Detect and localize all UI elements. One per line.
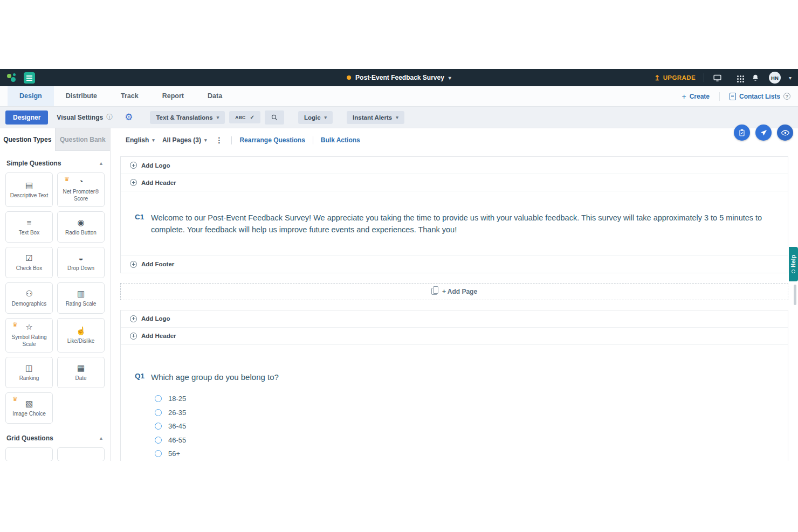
- drop-down-icon: ◒: [78, 254, 83, 262]
- question-type-image-choice[interactable]: ♛▧Image Choice: [5, 392, 53, 424]
- premium-crown-icon: ♛: [12, 396, 18, 402]
- tab-data[interactable]: Data: [196, 86, 234, 106]
- kebab-menu-icon[interactable]: ⋮: [214, 136, 224, 144]
- question-text: Which age group do you belong to?: [151, 371, 774, 383]
- survey-title-group[interactable]: Post-Event Feedback Survey ▾: [347, 74, 451, 81]
- answer-option[interactable]: 46-55: [155, 433, 774, 447]
- upgrade-label: UPGRADE: [663, 74, 696, 81]
- nav-right: + Create Contact Lists ?: [682, 92, 790, 101]
- bulk-actions-link[interactable]: Bulk Actions: [321, 136, 360, 144]
- gear-icon[interactable]: ⚙: [121, 112, 136, 123]
- tab-report[interactable]: Report: [150, 86, 196, 106]
- question-type-card[interactable]: [57, 447, 105, 461]
- question-type-label: Demographics: [12, 300, 46, 307]
- find-replace-button[interactable]: [265, 110, 284, 125]
- question-type-radio-button[interactable]: ◉Radio Button: [57, 211, 105, 243]
- answer-option-label: 26-35: [168, 409, 186, 417]
- language-selector[interactable]: English ▾: [126, 136, 155, 144]
- question-type-date[interactable]: ▦Date: [57, 357, 105, 388]
- radio-circle-icon: [155, 437, 162, 444]
- topbar-left: [6, 72, 35, 84]
- collapse-arrow-icon[interactable]: ▲: [99, 161, 104, 166]
- answer-option[interactable]: 18-25: [155, 392, 774, 406]
- survey-page-1: Add Logo Add Header C1 Welcome to our Po…: [120, 156, 788, 273]
- radio-circle-icon: [155, 409, 162, 416]
- scrollbar-thumb[interactable]: [794, 285, 796, 305]
- contact-lists-label: Contact Lists: [739, 93, 780, 100]
- logic-button[interactable]: Logic ▾: [298, 111, 333, 124]
- collapse-arrow-icon[interactable]: ▲: [99, 436, 104, 441]
- help-tab[interactable]: Help: [789, 247, 798, 281]
- add-logo-row[interactable]: Add Logo: [121, 157, 788, 174]
- tab-design[interactable]: Design: [8, 86, 54, 106]
- nav-row: DesignDistributeTrackReportData + Create…: [0, 86, 798, 107]
- question-type-demographics[interactable]: ⚇Demographics: [5, 282, 53, 314]
- sidebar-tab-question-bank[interactable]: Question Bank: [55, 128, 111, 151]
- publish-button[interactable]: [755, 125, 772, 141]
- question-type-check-box[interactable]: ☑Check Box: [5, 247, 53, 278]
- question-type-grid: [5, 447, 105, 461]
- question-type-ranking[interactable]: ◫Ranking: [5, 357, 53, 388]
- question-type-drop-down[interactable]: ◒Drop Down: [57, 247, 105, 278]
- tab-track[interactable]: Track: [109, 86, 150, 106]
- upgrade-arrow-icon: ↥: [654, 74, 660, 82]
- pages-label: All Pages (3): [162, 136, 201, 144]
- visual-settings-button[interactable]: Visual Settings ⓘ: [52, 109, 117, 125]
- designer-label: Designer: [13, 114, 40, 121]
- contact-lists-button[interactable]: Contact Lists ?: [730, 93, 790, 100]
- answer-option[interactable]: 26-35: [155, 406, 774, 420]
- add-header-row[interactable]: Add Header: [121, 174, 788, 191]
- add-header-row[interactable]: Add Header: [121, 328, 788, 345]
- question-type-symbol-rating-scale[interactable]: ♛☆Symbol Rating Scale: [5, 318, 53, 353]
- designer-button[interactable]: Designer: [5, 110, 48, 125]
- upgrade-button[interactable]: ↥ UPGRADE: [654, 74, 696, 82]
- premium-crown-icon: ♛: [12, 322, 18, 328]
- add-page-button[interactable]: + Add Page: [120, 283, 788, 300]
- create-button[interactable]: + Create: [682, 92, 710, 101]
- answer-option[interactable]: 36-45: [155, 419, 774, 433]
- survey-canvas: English ▾ All Pages (3) ▾ ⋮ Rearrange Qu…: [111, 128, 798, 461]
- question-c1[interactable]: C1 Welcome to our Post-Event Feedback Su…: [121, 191, 788, 255]
- radio-circle-icon: [155, 450, 162, 457]
- clipboard-check-icon: [738, 128, 746, 137]
- bell-icon[interactable]: [750, 72, 761, 83]
- avatar[interactable]: HN: [769, 72, 781, 84]
- radio-button-icon: ◉: [77, 218, 84, 226]
- monitor-icon[interactable]: [712, 72, 723, 83]
- add-footer-row[interactable]: Add Footer: [121, 255, 788, 273]
- help-circle-icon[interactable]: ?: [783, 93, 790, 100]
- question-type-rating-scale[interactable]: ▥Rating Scale: [57, 282, 105, 314]
- divider: [704, 73, 704, 82]
- add-logo-row[interactable]: Add Logo: [121, 310, 788, 328]
- question-type-text-box[interactable]: ≡Text Box: [5, 211, 53, 243]
- search-icon: [271, 114, 278, 121]
- section-header-grid-questions[interactable]: Grid Questions▲: [5, 430, 105, 447]
- question-type-descriptive-text[interactable]: ▤Descriptive Text: [5, 172, 53, 207]
- apps-grid-icon[interactable]: [731, 72, 742, 83]
- pages-selector[interactable]: All Pages (3) ▾: [162, 136, 207, 144]
- question-type-net-promoter-score[interactable]: ♛◔Net Promoter® Score: [57, 172, 105, 207]
- preview-button[interactable]: [777, 125, 793, 141]
- spellcheck-button[interactable]: ABC ✓: [229, 111, 260, 123]
- review-button[interactable]: [734, 125, 750, 141]
- section-header-simple-questions[interactable]: Simple Questions▲: [5, 155, 105, 172]
- premium-crown-icon: ♛: [64, 176, 70, 182]
- divider: [231, 136, 232, 144]
- instant-alerts-button[interactable]: Instant Alerts ▾: [347, 111, 404, 124]
- plus-icon: +: [682, 92, 686, 101]
- answer-option[interactable]: 56+: [155, 447, 774, 461]
- sidebar-tab-question-types[interactable]: Question Types: [0, 128, 55, 151]
- add-logo-label: Add Logo: [141, 162, 170, 169]
- question-q1[interactable]: Q1 Which age group do you belong to? 18-…: [121, 345, 788, 461]
- question-type-card[interactable]: [5, 447, 53, 461]
- demographics-icon: ⚇: [25, 289, 32, 298]
- ranking-icon: ◫: [25, 364, 33, 372]
- survey-menu-icon[interactable]: [24, 72, 35, 84]
- paper-plane-icon: [760, 129, 768, 137]
- tab-distribute[interactable]: Distribute: [54, 86, 109, 106]
- sogolytics-logo[interactable]: [6, 72, 17, 83]
- text-translations-button[interactable]: Text & Translations ▾: [150, 111, 225, 124]
- chevron-down-icon[interactable]: ▾: [789, 75, 792, 81]
- rearrange-questions-link[interactable]: Rearrange Questions: [239, 136, 305, 144]
- question-type-like-dislike[interactable]: ☝Like/Dislike: [57, 318, 105, 353]
